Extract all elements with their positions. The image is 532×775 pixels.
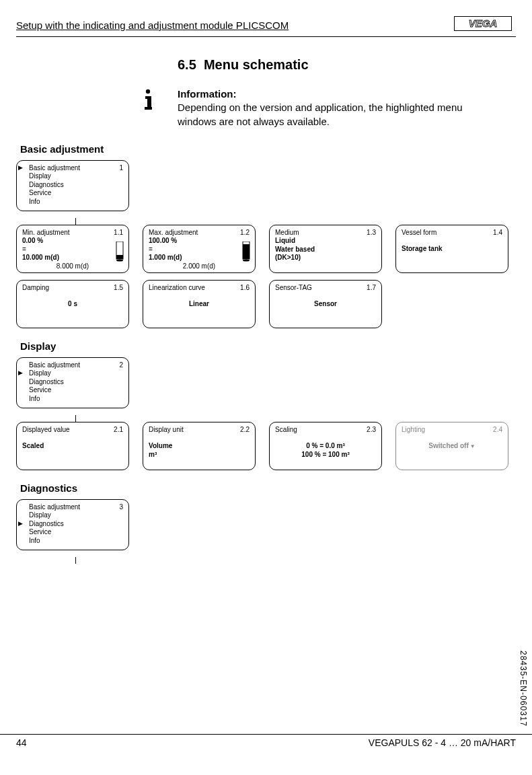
menu-root-basic: 1 ▶Basic adjustment Display Diagnostics …: [16, 160, 129, 211]
page-number: 44: [16, 737, 27, 748]
svg-rect-3: [147, 96, 151, 107]
menu-1-2: 1.2 Max. adjustment 100.00 % = 1.000 m(d…: [143, 225, 256, 273]
section-heading: 6.5 Menu schematic: [178, 57, 516, 73]
menu-2-3: 2.3 Scaling 0 % = 0.0 m³ 100 % = 100 m³: [269, 422, 382, 470]
menu-1-1: 1.1 Min. adjustment 0.00 % = 10.000 m(d)…: [16, 225, 129, 273]
svg-rect-6: [116, 255, 123, 259]
group-heading-basic: Basic adjustment: [20, 143, 516, 155]
svg-point-7: [116, 259, 123, 261]
menu-1-6: 1.6 Linearization curve Linear: [143, 280, 256, 328]
svg-point-10: [243, 259, 250, 261]
menu-root-display: 2 Basic adjustment ▶Display Diagnostics …: [16, 357, 129, 408]
menu-1-7: 1.7 Sensor-TAG Sensor: [269, 280, 382, 328]
menu-root-diagnostics: 3 Basic adjustment Display ▶Diagnostics …: [16, 499, 129, 550]
brand-logo: VEGA: [454, 16, 512, 34]
info-icon: [139, 87, 157, 128]
menu-1-4: 1.4 Vessel form Storage tank: [395, 225, 508, 273]
info-label: Information:: [178, 87, 500, 101]
menu-2-1: 2.1 Displayed value Scaled: [16, 422, 129, 470]
footer-doc: VEGAPULS 62 - 4 … 20 mA/HART: [369, 737, 516, 748]
svg-rect-4: [145, 107, 152, 110]
svg-rect-9: [243, 244, 250, 259]
svg-point-1: [146, 89, 150, 94]
level-icon: [241, 242, 251, 262]
header-title: Setup with the indicating and adjustment…: [16, 20, 289, 31]
level-icon: [115, 242, 124, 262]
menu-2-2: 2.2 Display unit Volume m³: [143, 422, 256, 470]
info-block: Information: Depending on the version an…: [139, 87, 516, 128]
menu-2-4: 2.4 Lighting Switched off: [395, 422, 508, 470]
info-text: Depending on the version and application…: [178, 102, 463, 126]
side-doc-code: 28435-EN-060317: [519, 651, 528, 727]
menu-1-3: 1.3 Medium Liquid Water based (DK>10): [269, 225, 382, 273]
group-heading-diagnostics: Diagnostics: [20, 482, 516, 494]
menu-1-5: 1.5 Damping 0 s: [16, 280, 129, 328]
logo-text: VEGA: [469, 17, 498, 29]
group-heading-display: Display: [20, 340, 516, 352]
